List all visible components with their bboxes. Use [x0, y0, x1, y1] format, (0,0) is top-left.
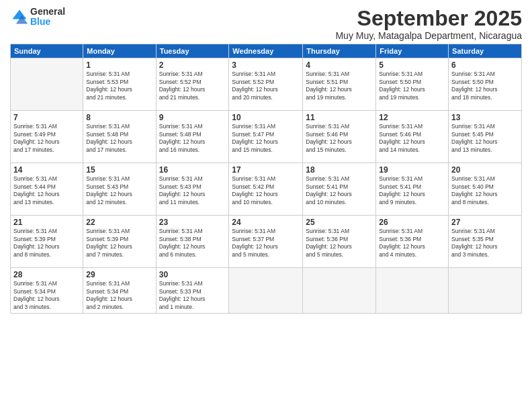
title-block: September 2025 Muy Muy, Matagalpa Depart… [335, 7, 522, 41]
logo-text: General Blue [30, 7, 65, 28]
day-info: Sunrise: 5:31 AM Sunset: 5:38 PM Dayligh… [159, 228, 226, 259]
calendar-page: General Blue September 2025 Muy Muy, Mat… [0, 0, 532, 411]
table-row: 13Sunrise: 5:31 AM Sunset: 5:45 PM Dayli… [449, 111, 522, 163]
table-row: 12Sunrise: 5:31 AM Sunset: 5:46 PM Dayli… [376, 111, 449, 163]
day-number: 12 [379, 113, 445, 122]
day-number: 28 [13, 270, 80, 279]
day-info: Sunrise: 5:31 AM Sunset: 5:33 PM Dayligh… [159, 280, 226, 311]
header-row: Sunday Monday Tuesday Wednesday Thursday… [11, 44, 522, 58]
day-info: Sunrise: 5:31 AM Sunset: 5:48 PM Dayligh… [159, 123, 226, 154]
day-number: 4 [306, 60, 373, 70]
table-row: 23Sunrise: 5:31 AM Sunset: 5:38 PM Dayli… [156, 216, 229, 268]
table-row: 28Sunrise: 5:31 AM Sunset: 5:34 PM Dayli… [11, 268, 83, 314]
table-row: 3Sunrise: 5:31 AM Sunset: 5:52 PM Daylig… [229, 58, 303, 111]
logo-general: General [30, 7, 65, 17]
day-number: 15 [86, 165, 152, 175]
logo-icon [10, 7, 29, 26]
day-number: 10 [232, 113, 300, 122]
table-row [11, 58, 83, 111]
day-info: Sunrise: 5:31 AM Sunset: 5:45 PM Dayligh… [451, 123, 519, 154]
day-number: 2 [159, 60, 226, 70]
day-info: Sunrise: 5:31 AM Sunset: 5:43 PM Dayligh… [159, 175, 226, 206]
day-number: 6 [451, 60, 519, 70]
day-number: 18 [306, 165, 373, 175]
day-info: Sunrise: 5:31 AM Sunset: 5:34 PM Dayligh… [13, 280, 80, 311]
table-row: 1Sunrise: 5:31 AM Sunset: 5:53 PM Daylig… [83, 58, 156, 111]
day-info: Sunrise: 5:31 AM Sunset: 5:43 PM Dayligh… [86, 175, 152, 206]
day-number: 29 [86, 270, 152, 279]
table-row: 2Sunrise: 5:31 AM Sunset: 5:52 PM Daylig… [156, 58, 229, 111]
day-info: Sunrise: 5:31 AM Sunset: 5:36 PM Dayligh… [379, 228, 445, 259]
day-info: Sunrise: 5:31 AM Sunset: 5:50 PM Dayligh… [451, 71, 519, 101]
month-title: September 2025 [335, 7, 522, 30]
table-row [376, 268, 449, 314]
day-info: Sunrise: 5:31 AM Sunset: 5:42 PM Dayligh… [232, 175, 300, 206]
table-row: 11Sunrise: 5:31 AM Sunset: 5:46 PM Dayli… [303, 111, 376, 163]
day-number: 14 [13, 165, 80, 175]
svg-marker-0 [13, 10, 27, 19]
table-row: 20Sunrise: 5:31 AM Sunset: 5:40 PM Dayli… [449, 163, 522, 216]
location-title: Muy Muy, Matagalpa Department, Nicaragua [335, 30, 522, 41]
col-wednesday: Wednesday [229, 44, 303, 58]
day-number: 9 [159, 113, 226, 122]
table-row: 5Sunrise: 5:31 AM Sunset: 5:50 PM Daylig… [376, 58, 449, 111]
day-number: 21 [13, 218, 80, 227]
table-row: 27Sunrise: 5:31 AM Sunset: 5:35 PM Dayli… [449, 216, 522, 268]
table-row: 9Sunrise: 5:31 AM Sunset: 5:48 PM Daylig… [156, 111, 229, 163]
day-number: 30 [159, 270, 226, 279]
day-number: 24 [232, 218, 300, 227]
table-row: 26Sunrise: 5:31 AM Sunset: 5:36 PM Dayli… [376, 216, 449, 268]
day-number: 3 [232, 60, 300, 70]
day-info: Sunrise: 5:31 AM Sunset: 5:49 PM Dayligh… [13, 123, 80, 154]
day-number: 1 [86, 60, 152, 70]
day-info: Sunrise: 5:31 AM Sunset: 5:34 PM Dayligh… [86, 280, 152, 311]
col-friday: Friday [376, 44, 449, 58]
table-row: 22Sunrise: 5:31 AM Sunset: 5:39 PM Dayli… [83, 216, 156, 268]
day-info: Sunrise: 5:31 AM Sunset: 5:40 PM Dayligh… [451, 175, 519, 206]
col-monday: Monday [83, 44, 156, 58]
table-row: 10Sunrise: 5:31 AM Sunset: 5:47 PM Dayli… [229, 111, 303, 163]
day-number: 26 [379, 218, 445, 227]
day-info: Sunrise: 5:31 AM Sunset: 5:52 PM Dayligh… [159, 71, 226, 101]
table-row: 4Sunrise: 5:31 AM Sunset: 5:51 PM Daylig… [303, 58, 376, 111]
table-row: 29Sunrise: 5:31 AM Sunset: 5:34 PM Dayli… [83, 268, 156, 314]
day-number: 23 [159, 218, 226, 227]
table-row: 21Sunrise: 5:31 AM Sunset: 5:39 PM Dayli… [11, 216, 83, 268]
day-info: Sunrise: 5:31 AM Sunset: 5:35 PM Dayligh… [451, 228, 519, 259]
day-number: 20 [451, 165, 519, 175]
day-number: 17 [232, 165, 300, 175]
table-row: 16Sunrise: 5:31 AM Sunset: 5:43 PM Dayli… [156, 163, 229, 216]
day-info: Sunrise: 5:31 AM Sunset: 5:47 PM Dayligh… [232, 123, 300, 154]
day-number: 8 [86, 113, 152, 122]
logo-blue: Blue [30, 17, 65, 27]
col-saturday: Saturday [449, 44, 522, 58]
table-row: 7Sunrise: 5:31 AM Sunset: 5:49 PM Daylig… [11, 111, 83, 163]
table-row: 30Sunrise: 5:31 AM Sunset: 5:33 PM Dayli… [156, 268, 229, 314]
table-row: 8Sunrise: 5:31 AM Sunset: 5:48 PM Daylig… [83, 111, 156, 163]
day-number: 16 [159, 165, 226, 175]
day-info: Sunrise: 5:31 AM Sunset: 5:44 PM Dayligh… [13, 175, 80, 206]
day-info: Sunrise: 5:31 AM Sunset: 5:41 PM Dayligh… [379, 175, 445, 206]
table-row: 19Sunrise: 5:31 AM Sunset: 5:41 PM Dayli… [376, 163, 449, 216]
table-row: 17Sunrise: 5:31 AM Sunset: 5:42 PM Dayli… [229, 163, 303, 216]
day-number: 11 [306, 113, 373, 122]
day-info: Sunrise: 5:31 AM Sunset: 5:46 PM Dayligh… [306, 123, 373, 154]
table-row: 14Sunrise: 5:31 AM Sunset: 5:44 PM Dayli… [11, 163, 83, 216]
day-number: 19 [379, 165, 445, 175]
header: General Blue September 2025 Muy Muy, Mat… [10, 7, 522, 41]
col-tuesday: Tuesday [156, 44, 229, 58]
day-number: 27 [451, 218, 519, 227]
table-row [449, 268, 522, 314]
day-info: Sunrise: 5:31 AM Sunset: 5:37 PM Dayligh… [232, 228, 300, 259]
table-row [303, 268, 376, 314]
table-row: 25Sunrise: 5:31 AM Sunset: 5:36 PM Dayli… [303, 216, 376, 268]
day-number: 5 [379, 60, 445, 70]
table-row [229, 268, 303, 314]
col-sunday: Sunday [11, 44, 83, 58]
day-info: Sunrise: 5:31 AM Sunset: 5:39 PM Dayligh… [13, 228, 80, 259]
day-info: Sunrise: 5:31 AM Sunset: 5:52 PM Dayligh… [232, 71, 300, 101]
day-info: Sunrise: 5:31 AM Sunset: 5:46 PM Dayligh… [379, 123, 445, 154]
table-row: 24Sunrise: 5:31 AM Sunset: 5:37 PM Dayli… [229, 216, 303, 268]
day-info: Sunrise: 5:31 AM Sunset: 5:39 PM Dayligh… [86, 228, 152, 259]
day-number: 25 [306, 218, 373, 227]
